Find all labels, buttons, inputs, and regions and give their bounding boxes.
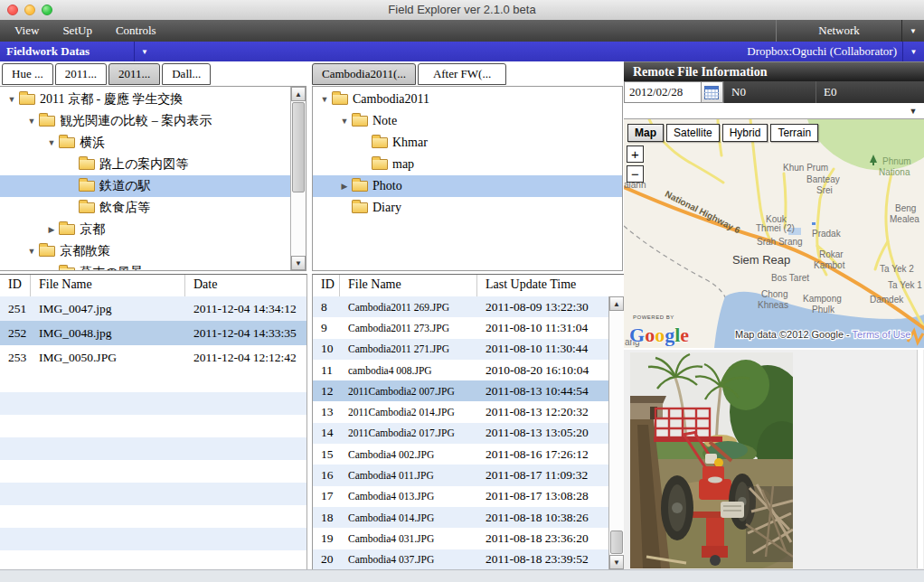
fieldwork-tree-node-2[interactable]: ▼横浜 [0, 132, 290, 154]
calendar-button[interactable] [702, 81, 723, 103]
down-arrow-icon[interactable]: ▼ [25, 247, 38, 256]
map-place-label: Banteay [806, 174, 840, 184]
fieldwork-tree-node-1[interactable]: ▼観光関連の比較 – 案内表示 [0, 110, 290, 132]
scroll-up-button[interactable] [609, 296, 624, 311]
remote-file-row-16[interactable]: 16Cambodia4 011.JPG2011-08-17 11:09:32 [313, 465, 608, 485]
fieldwork-selector[interactable]: Fieldwork Datas [6, 42, 90, 61]
local-file-row-253[interactable]: 253IMG_0050.JPG2011-12-04 12:12:42 [0, 345, 306, 370]
terms-of-use-link[interactable]: Terms of Use [853, 329, 911, 340]
cell-time: 2011-08-10 11:31:04 [477, 321, 608, 335]
remote-file-row-13[interactable]: 132011Cambodia2 014.JPG2011-08-13 12:20:… [313, 401, 608, 422]
map-type-map-button[interactable]: Map [627, 124, 664, 142]
cell-time: 2010-08-20 16:10:04 [477, 363, 608, 378]
google-logo: Google [629, 324, 689, 346]
scroll-up-button[interactable] [291, 87, 306, 101]
dataset-tab-3[interactable]: Dall... [162, 63, 211, 85]
dataset-tab-1[interactable]: 2011... [55, 63, 107, 85]
dataset-tab-0[interactable]: Hue ... [2, 63, 53, 85]
fieldwork-tree-node-4[interactable]: 鉄道の駅 [0, 175, 290, 197]
remote-file-row-17[interactable]: 17Cambodia4 013.JPG2011-08-17 13:08:28 [313, 486, 608, 507]
map-type-terrain-button[interactable]: Terrain [770, 124, 818, 142]
down-arrow-icon[interactable]: ▼ [318, 95, 331, 104]
cell-time: 2011-12-04 14:33:35 [185, 326, 306, 341]
right-arrow-icon[interactable]: ▶ [338, 182, 351, 191]
remote-tree-node-4[interactable]: ▶Photo [313, 175, 622, 197]
left-tree-scrollbar[interactable] [290, 87, 306, 270]
folder-icon [372, 137, 388, 148]
remote-file-row-9[interactable]: 9Cambodia2011 273.JPG2011-08-10 11:31:04 [313, 317, 608, 338]
remote-file-row-18[interactable]: 18Cambodia4 014.JPG2011-08-18 10:38:26 [313, 507, 608, 528]
fieldwork-tree-node-5[interactable]: 飲食店等 [0, 197, 290, 219]
remote-file-row-8[interactable]: 8Cambodia2011 269.JPG2011-08-09 13:22:30 [313, 296, 608, 317]
cell-time: 2011-08-13 12:20:32 [477, 405, 608, 419]
local-file-row-251[interactable]: 251IMG_0047.jpg2011-12-04 14:34:12 [0, 296, 306, 321]
down-arrow-icon[interactable]: ▼ [25, 117, 38, 126]
cell-filename: Cambodia4 002.JPG [340, 449, 477, 460]
remote-file-row-19[interactable]: 19Cambodia4 031.JPG2011-08-18 23:36:20 [313, 528, 608, 549]
menu-item-view[interactable]: View [14, 23, 39, 38]
remote-tree-node-0[interactable]: ▼Cambodia2011 [313, 89, 622, 110]
col-time: Last Update Time [477, 275, 624, 296]
empty-row [0, 550, 306, 569]
remote-file-row-20[interactable]: 20Cambodia4 037.JPG2011-08-18 23:39:52 [313, 549, 608, 569]
map-type-satellite-button[interactable]: Satellite [666, 124, 720, 142]
right-arrow-icon[interactable]: ▶ [45, 268, 58, 270]
menu-item-setup[interactable]: SetUp [62, 23, 92, 38]
fieldwork-tree-node-3[interactable]: 路上の案内図等 [0, 154, 290, 175]
remote-file-row-14[interactable]: 142011Cambodia2 017.JPG2011-08-13 13:05:… [313, 423, 608, 444]
map-place-label: Chong [761, 289, 787, 299]
dropbox-chevron-down-icon[interactable] [902, 42, 924, 61]
down-arrow-icon[interactable]: ▼ [45, 138, 58, 147]
fieldwork-tree-node-8[interactable]: ▶幕末の風景 [0, 262, 290, 270]
map-place-label: Kambot [814, 260, 845, 270]
map-powered-by-label: POWERED BY [633, 314, 674, 320]
dropbox-selector[interactable]: Dropbox:Oguchi (Collaborator) [747, 42, 897, 61]
down-arrow-icon[interactable]: ▼ [338, 117, 351, 126]
date-field[interactable] [624, 81, 702, 103]
combo-chevron-down-icon[interactable] [904, 104, 922, 118]
right-arrow-icon[interactable]: ▶ [45, 225, 58, 234]
network-selector[interactable]: Network [776, 20, 902, 42]
map-zoom-in-button[interactable]: + [627, 146, 644, 163]
remote-tab-1[interactable]: After FW(... [418, 63, 506, 85]
folder-icon [59, 268, 75, 270]
map-place-label: Rokar [819, 249, 844, 259]
photo-scrollbar[interactable] [917, 350, 923, 568]
empty-row [0, 415, 306, 437]
scroll-thumb[interactable] [610, 530, 623, 554]
map-zoom-out-button[interactable]: − [627, 165, 644, 183]
remote-file-row-15[interactable]: 15Cambodia4 002.JPG2011-08-16 17:26:12 [313, 444, 608, 465]
fieldwork-tree-node-7[interactable]: ▼京都散策 [0, 240, 290, 262]
scroll-down-button[interactable] [609, 555, 624, 569]
map-canvas[interactable]: alanhKhun PrumBanteaySreiKoukThmei (2)Sr… [624, 119, 924, 348]
remote-table-scrollbar[interactable] [608, 296, 624, 569]
down-arrow-icon[interactable]: ▼ [5, 95, 18, 104]
fieldwork-tree-node-0[interactable]: ▼2011 京都 - 慶應 学生交換 [0, 89, 290, 110]
tree-node-label: Khmar [392, 136, 428, 150]
remote-file-row-11[interactable]: 11cambodia4 008.JPG2010-08-20 16:10:04 [313, 360, 608, 380]
fieldwork-tree-node-6[interactable]: ▶京都 [0, 219, 290, 240]
selector-bar: Fieldwork Datas Dropbox:Oguchi (Collabor… [0, 42, 924, 61]
map-type-hybrid-button[interactable]: Hybrid [722, 124, 768, 142]
network-chevron-down-icon[interactable] [902, 20, 924, 42]
remote-file-row-12[interactable]: 122011Cambodia2 007.JPG2011-08-13 10:44:… [313, 380, 608, 401]
remote-tree-node-5[interactable]: Diary [313, 197, 622, 219]
remote-file-combobox[interactable] [624, 103, 924, 119]
map-place-label: Pradak [812, 229, 842, 239]
remote-tab-0[interactable]: Cambodia2011(... [312, 63, 416, 85]
remote-tree-node-1[interactable]: ▼Note [313, 110, 622, 132]
map-city-label: Siem Reap [732, 253, 790, 267]
dataset-tab-2[interactable]: 2011... [108, 63, 160, 85]
map-place-label: Khneas [758, 300, 788, 310]
remote-file-row-10[interactable]: 10Cambodia2011 271.JPG2011-08-10 11:30:4… [313, 339, 608, 360]
remote-tree-node-3[interactable]: map [313, 154, 622, 175]
scroll-thumb[interactable] [292, 102, 305, 192]
fieldwork-chevron-down-icon[interactable] [134, 42, 155, 61]
scroll-down-button[interactable] [291, 256, 306, 270]
menu-item-controls[interactable]: Controls [116, 23, 156, 38]
remote-tree-node-2[interactable]: Khmar [313, 132, 622, 154]
tree-node-label: 路上の案内図等 [99, 156, 188, 173]
local-file-row-252[interactable]: 252IMG_0048.jpg2011-12-04 14:33:35 [0, 321, 306, 345]
cell-id: 17 [313, 489, 340, 503]
folder-icon [79, 181, 95, 192]
